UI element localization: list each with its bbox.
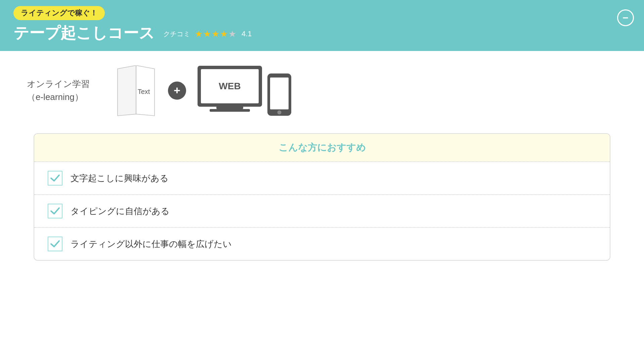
item-text-2: タイピングに自信がある — [71, 205, 170, 217]
star-1-icon: ★ — [195, 29, 203, 39]
svg-text:WEB: WEB — [219, 81, 241, 91]
review-section: クチコミ ★ ★ ★ ★ ★ 4.1 — [161, 29, 252, 39]
recommendation-header: こんな方におすすめ — [34, 134, 610, 161]
rating-number: 4.1 — [242, 30, 252, 38]
svg-rect-6 — [216, 106, 243, 109]
main-content: オンライン学習 （e-learning） Text + — [0, 51, 644, 274]
monitor-icon: WEB — [196, 64, 263, 116]
svg-rect-10 — [270, 78, 289, 109]
recommendation-box: こんな方におすすめ 文字起こしに興味がある タイピングに自信がある — [34, 133, 610, 261]
text-book-icon: Text — [114, 65, 158, 116]
check-icon-3 — [48, 237, 62, 251]
svg-marker-0 — [118, 65, 136, 116]
star-rating: ★ ★ ★ ★ ★ — [195, 29, 236, 39]
check-icon-1 — [48, 171, 62, 186]
star-5-icon: ★ — [228, 29, 236, 39]
star-4-icon: ★ — [220, 29, 228, 39]
svg-text:Text: Text — [138, 88, 150, 95]
svg-point-11 — [277, 110, 282, 114]
plus-icon: + — [168, 82, 186, 100]
learning-label: オンライン学習 （e-learning） — [27, 78, 94, 104]
star-2-icon: ★ — [203, 29, 211, 39]
learning-section: オンライン学習 （e-learning） Text + — [27, 64, 617, 116]
mobile-icon — [267, 73, 292, 116]
item-text-1: 文字起こしに興味がある — [71, 172, 169, 184]
recommendation-item-1: 文字起こしに興味がある — [34, 161, 610, 194]
item-text-3: ライティング以外に仕事の幅を広げたい — [71, 238, 232, 250]
recommendation-item-3: ライティング以外に仕事の幅を広げたい — [34, 227, 610, 260]
tag-badge: ライティングで稼ぐ！ — [13, 6, 105, 20]
svg-rect-7 — [210, 109, 250, 112]
learning-icons: Text + WEB — [114, 64, 292, 116]
star-3-icon: ★ — [212, 29, 219, 39]
review-label: クチコミ — [163, 30, 190, 39]
course-title: テープ起こしコース — [13, 23, 155, 44]
recommendation-item-2: タイピングに自信がある — [34, 194, 610, 227]
web-device-group: WEB — [196, 64, 292, 116]
collapse-button[interactable]: − — [617, 9, 634, 26]
page-header: ライティングで稼ぐ！ テープ起こしコース クチコミ ★ ★ ★ ★ ★ 4.1 … — [0, 0, 644, 51]
check-icon-2 — [48, 204, 62, 218]
recommendation-title: こんな方におすすめ — [278, 142, 366, 153]
